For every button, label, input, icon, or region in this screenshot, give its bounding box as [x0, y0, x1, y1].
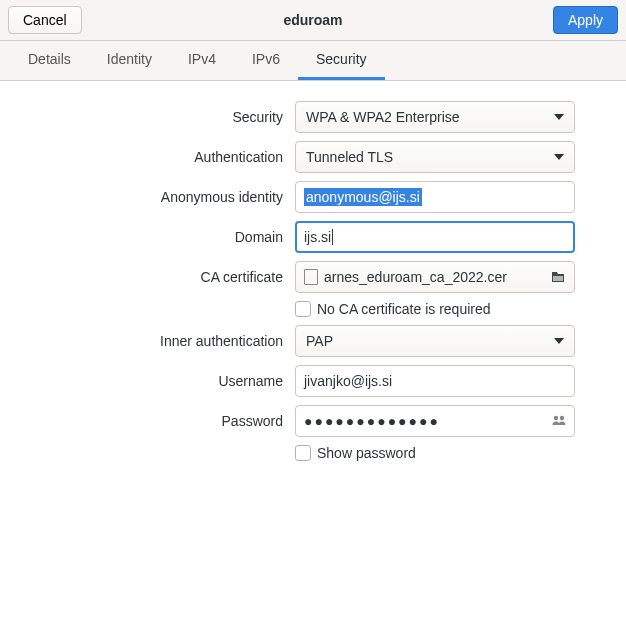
domain-label: Domain: [0, 229, 295, 245]
anonymous-identity-label: Anonymous identity: [0, 189, 295, 205]
no-ca-checkbox[interactable]: [295, 301, 311, 317]
security-value: WPA & WPA2 Enterprise: [306, 109, 460, 125]
show-password-checkbox[interactable]: [295, 445, 311, 461]
show-password-label: Show password: [317, 445, 416, 461]
security-select[interactable]: WPA & WPA2 Enterprise: [295, 101, 575, 133]
file-icon: [304, 269, 318, 285]
text-cursor: [332, 229, 333, 245]
dialog-title: eduroam: [0, 12, 626, 28]
password-storage-icon[interactable]: [551, 413, 567, 429]
password-input[interactable]: ●●●●●●●●●●●●●: [295, 405, 575, 437]
domain-value: ijs.si: [304, 229, 331, 245]
svg-point-0: [554, 416, 558, 420]
inner-auth-value: PAP: [306, 333, 333, 349]
tab-security[interactable]: Security: [298, 41, 385, 80]
open-file-icon[interactable]: [550, 269, 566, 285]
username-input[interactable]: jivanjko@ijs.si: [295, 365, 575, 397]
username-value: jivanjko@ijs.si: [304, 373, 392, 389]
svg-point-1: [560, 416, 564, 420]
tab-ipv4[interactable]: IPv4: [170, 41, 234, 80]
no-ca-label: No CA certificate is required: [317, 301, 491, 317]
chevron-down-icon: [554, 154, 564, 160]
inner-auth-select[interactable]: PAP: [295, 325, 575, 357]
domain-input[interactable]: ijs.si: [295, 221, 575, 253]
tab-details[interactable]: Details: [10, 41, 89, 80]
authentication-value: Tunneled TLS: [306, 149, 393, 165]
ca-certificate-chooser[interactable]: arnes_eduroam_ca_2022.cer: [295, 261, 575, 293]
authentication-select[interactable]: Tunneled TLS: [295, 141, 575, 173]
ca-certificate-filename: arnes_eduroam_ca_2022.cer: [324, 269, 507, 285]
ca-certificate-label: CA certificate: [0, 269, 295, 285]
cancel-button[interactable]: Cancel: [8, 6, 82, 34]
chevron-down-icon: [554, 338, 564, 344]
authentication-label: Authentication: [0, 149, 295, 165]
apply-button[interactable]: Apply: [553, 6, 618, 34]
chevron-down-icon: [554, 114, 564, 120]
username-label: Username: [0, 373, 295, 389]
inner-auth-label: Inner authentication: [0, 333, 295, 349]
tab-bar: Details Identity IPv4 IPv6 Security: [0, 41, 626, 81]
anonymous-identity-value: anonymous@ijs.si: [304, 188, 422, 206]
password-value: ●●●●●●●●●●●●●: [304, 413, 440, 429]
tab-ipv6[interactable]: IPv6: [234, 41, 298, 80]
security-form: Security WPA & WPA2 Enterprise Authentic…: [0, 81, 626, 489]
anonymous-identity-input[interactable]: anonymous@ijs.si: [295, 181, 575, 213]
tab-identity[interactable]: Identity: [89, 41, 170, 80]
security-label: Security: [0, 109, 295, 125]
dialog-header: Cancel eduroam Apply: [0, 0, 626, 41]
password-label: Password: [0, 413, 295, 429]
